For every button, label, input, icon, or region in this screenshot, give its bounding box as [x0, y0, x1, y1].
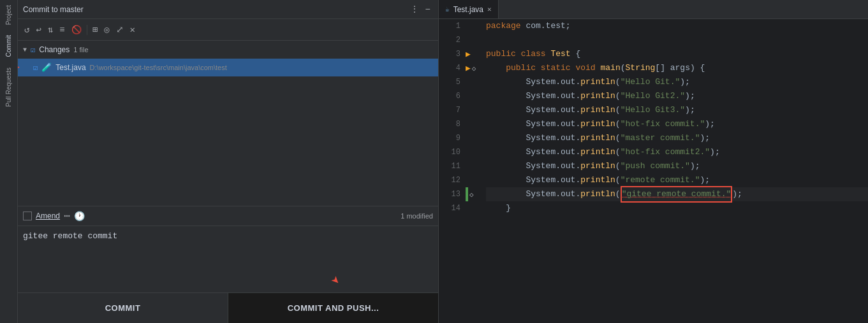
token-main: main	[601, 61, 621, 75]
token-classname: Test	[550, 47, 570, 61]
token-system-7: System.out.	[486, 103, 580, 117]
sidebar-tab-project[interactable]: Project	[3, 0, 15, 30]
merge-icon[interactable]: ⇅	[47, 23, 54, 36]
sidebar-tab-commit[interactable]: Commit	[3, 30, 15, 62]
file-path: D:\workspace\git-test\src\main\java\com\…	[90, 64, 227, 71]
commit-panel: Commit to master ⋮ − ↺ ↩ ⇅ ≡ 🚫 ⊞ ◎ ⤢ ✕ ▼…	[18, 0, 439, 323]
token-println-6: println	[580, 89, 615, 103]
options-icon[interactable]: ⋯	[64, 210, 70, 222]
code-line-3: public class Test {	[486, 47, 868, 61]
code-line-12: System.out. println ( "remote commit." )…	[486, 173, 868, 187]
amend-area: Amend ⋯ 🕐	[23, 210, 85, 222]
token-println-12: println	[580, 173, 615, 187]
file-item[interactable]: ➤ ☑ 🧪 Test.java D:\workspace\git-test\sr…	[18, 59, 438, 76]
token-println-11: println	[580, 159, 615, 173]
revert-icon[interactable]: ↩	[34, 23, 42, 36]
token-str-5: "Hello Git."	[621, 75, 680, 89]
minimize-icon[interactable]: −	[423, 3, 433, 16]
token-system-5: System.out.	[486, 75, 580, 89]
changes-header[interactable]: ▼ ☑ Changes 1 file	[18, 41, 438, 59]
tab-close-icon[interactable]: ✕	[487, 5, 492, 13]
file-checkbox[interactable]: ☑	[33, 63, 38, 73]
token-p13a: (	[615, 187, 621, 201]
line-num-7: 7	[439, 103, 460, 117]
commit-message-area: Amend ⋯ 🕐 1 modified gitee remote commit	[18, 206, 438, 292]
token-p10b: );	[710, 145, 720, 159]
token-static: static	[541, 61, 571, 75]
token-str-9: "master commit."	[621, 131, 700, 145]
token-str-13: "gitee remote commit."	[622, 187, 732, 201]
token-args: [] args) {	[655, 61, 705, 75]
token-system-11: System.out.	[486, 159, 580, 173]
token-p6b: );	[685, 89, 695, 103]
code-content: package com.test; public class Test { pu…	[481, 19, 868, 323]
bookmark-icon: ◇	[472, 64, 476, 73]
commit-buttons: ➤ COMMIT COMMIT AND PUSH...	[18, 292, 438, 323]
token-p5b: );	[680, 75, 690, 89]
token-p9b: );	[700, 131, 710, 145]
token-space-3b	[546, 47, 551, 61]
amend-label[interactable]: Amend	[36, 212, 60, 220]
token-public-3: public	[486, 47, 516, 61]
more-icon[interactable]: ⋮	[408, 3, 422, 16]
commit-message-toolbar: Amend ⋯ 🕐 1 modified	[18, 206, 438, 226]
line-num-9: 9	[439, 131, 460, 145]
commit-panel-header: Commit to master ⋮ −	[18, 0, 438, 19]
token-str-7: "Hello Git3."	[621, 103, 685, 117]
close-icon[interactable]: ✕	[129, 23, 136, 36]
refresh-icon[interactable]: ↺	[23, 23, 31, 36]
sidebar-tab-pull-requests[interactable]: Pull Requests	[3, 62, 15, 112]
commit-panel-title: Commit to master	[23, 5, 84, 14]
amend-checkbox[interactable]	[23, 212, 32, 220]
token-close-brace: }	[486, 201, 511, 215]
code-line-9: System.out. println ( "master commit." )…	[486, 131, 868, 145]
gutter-8	[466, 117, 481, 131]
token-void: void	[575, 61, 595, 75]
commit-and-push-button[interactable]: COMMIT AND PUSH...	[228, 293, 438, 323]
token-sp-4a	[536, 61, 541, 75]
token-system-12: System.out.	[486, 173, 580, 187]
bookmark-13: ◇	[469, 190, 474, 199]
list-icon[interactable]: ≡	[58, 24, 66, 36]
gutter-4: ▶ ◇	[466, 61, 481, 75]
gutter-11	[466, 159, 481, 173]
gutter-1	[466, 19, 481, 33]
file-name: Test.java	[55, 63, 85, 72]
line-num-1: 1	[439, 19, 460, 33]
token-p12a: (	[615, 173, 621, 187]
gutter-5	[466, 75, 481, 89]
gutter-13: ◇	[466, 187, 481, 201]
gutter-9	[466, 131, 481, 145]
token-class: class	[521, 47, 546, 61]
gutter-7	[466, 103, 481, 117]
token-p8a: (	[615, 117, 621, 131]
ignore-icon[interactable]: 🚫	[70, 24, 83, 36]
editor-tab-test-java[interactable]: ☕ Test.java ✕	[439, 0, 499, 18]
line-num-5: 5	[439, 75, 460, 89]
code-area: 1 2 3 4 5 6 7 8 9 10 11 12 13 14 ▶ ▶ ◇	[439, 19, 868, 323]
commit-message-textarea[interactable]: gitee remote commit	[18, 226, 438, 289]
gutter-12	[466, 173, 481, 187]
expand-icon[interactable]: ⤢	[115, 23, 125, 36]
commit-button[interactable]: COMMIT	[18, 293, 228, 323]
toolbar: ↺ ↩ ⇅ ≡ 🚫 ⊞ ◎ ⤢ ✕	[18, 19, 438, 41]
flask-icon: 🧪	[41, 62, 52, 73]
token-sp-4c	[596, 61, 601, 75]
gutter-14	[466, 201, 481, 215]
gutter-6	[466, 89, 481, 103]
line-num-3: 3	[439, 47, 460, 61]
editor-panel: ☕ Test.java ✕ 1 2 3 4 5 6 7 8 9 10 11 12…	[439, 0, 868, 323]
gutter-2	[466, 33, 481, 47]
token-public-4: public	[506, 61, 536, 75]
view-icon[interactable]: ◎	[103, 23, 110, 36]
token-system-13: System.out.	[486, 187, 580, 201]
token-p11b: );	[690, 159, 700, 173]
chevron-icon: ▼	[23, 47, 27, 54]
line-num-4: 4	[439, 61, 460, 75]
header-icons: ⋮ −	[408, 3, 433, 16]
changes-checkbox[interactable]: ☑	[31, 45, 35, 55]
history-icon[interactable]: 🕐	[74, 211, 85, 222]
debug-arrow-3: ▶	[466, 49, 471, 59]
token-println-7: println	[580, 103, 615, 117]
grid-icon[interactable]: ⊞	[91, 23, 99, 36]
